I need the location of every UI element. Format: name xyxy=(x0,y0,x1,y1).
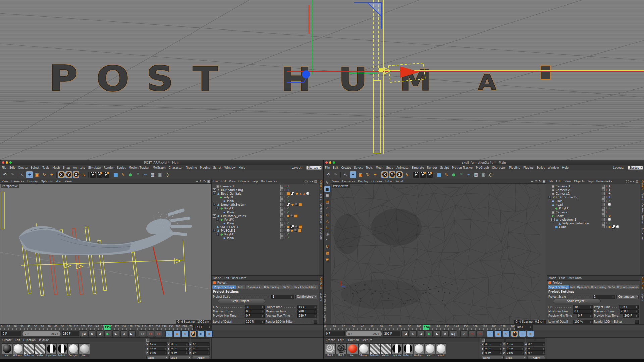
attr-tab-info[interactable]: Info xyxy=(570,285,576,289)
render-view-icon[interactable]: ▶ xyxy=(413,172,419,178)
menu-mesh[interactable]: Mesh xyxy=(52,166,60,169)
key-pla-button[interactable]: ∷ xyxy=(198,330,205,337)
render-settings-icon[interactable]: ▶ xyxy=(427,172,433,178)
layer-color-box[interactable] xyxy=(602,203,605,206)
menu-render[interactable]: Render xyxy=(427,166,437,169)
target-tag-icon[interactable]: + xyxy=(608,192,611,195)
stepper-icon[interactable]: ↕ xyxy=(588,315,592,317)
render-picture-viewer-icon[interactable]: ▶ xyxy=(420,172,426,178)
attr-tab-info[interactable]: Info xyxy=(236,285,245,289)
render-picture-viewer-icon[interactable]: ▶ xyxy=(97,172,103,178)
menu-edit[interactable]: Edit xyxy=(9,166,15,169)
object-row-polyfx[interactable]: +◆PolyFX:✓ xyxy=(212,232,319,236)
sphere-tag-icon[interactable] xyxy=(306,192,309,195)
sphered-tag-icon[interactable] xyxy=(290,214,293,217)
viewport-3d[interactable]: PerspectiveGrid Spacing : 0.1 cm xyxy=(331,184,547,324)
ommenu-bookmarks[interactable]: Bookmarks xyxy=(596,180,612,183)
expand-toggle-icon[interactable]: + xyxy=(216,233,219,236)
menu-help[interactable]: Help xyxy=(562,166,569,169)
stepper-icon[interactable]: ↕ xyxy=(543,343,544,346)
odot-tag-icon[interactable]: ● xyxy=(287,214,290,217)
stepper-icon[interactable]: ↕ xyxy=(588,310,592,313)
setting-field[interactable]: 30↕ xyxy=(573,305,593,309)
layout-dropdown[interactable]: Startup xyxy=(628,166,643,170)
stepper-icon[interactable]: ↕ xyxy=(500,343,501,346)
om-side-tab-takes[interactable]: Takes xyxy=(641,193,644,200)
object-row-plain[interactable]: ▪Plain:✓ xyxy=(212,236,319,240)
visibility-dots[interactable]: : xyxy=(284,215,286,217)
key-position-button[interactable]: + xyxy=(165,330,172,337)
spline-icon[interactable]: ~ xyxy=(465,171,472,178)
play-button[interactable]: ▶ xyxy=(104,330,111,337)
menu-mesh[interactable]: Mesh xyxy=(376,166,383,169)
array-icon[interactable]: ▦ xyxy=(473,171,479,178)
om-flat-icon[interactable]: ▤ xyxy=(314,180,317,183)
visibility-dots[interactable]: : xyxy=(606,189,607,191)
layer-color-box[interactable] xyxy=(280,233,283,236)
matmenu-texture[interactable]: Texture xyxy=(39,338,49,342)
visibility-dots[interactable]: : xyxy=(606,192,607,195)
object-row-hdr-studio-rig[interactable]: +☀HDR Studio Rig:+ xyxy=(212,188,319,192)
coord-field[interactable]: 0 °↕ xyxy=(527,342,545,346)
attr-tab-key-interpolation[interactable]: Key Interpolation xyxy=(292,285,318,289)
check-tag-icon[interactable]: ✓ xyxy=(608,199,611,202)
viewport-pan-icon[interactable]: + xyxy=(196,180,198,183)
rotate-tool-icon[interactable]: ↻ xyxy=(41,171,48,178)
stepper-icon[interactable]: ↕ xyxy=(207,348,209,350)
setting-checkbox[interactable] xyxy=(635,320,639,324)
coords-header-cell[interactable]: -- xyxy=(191,338,210,342)
check-tag-icon[interactable]: ✓ xyxy=(608,222,611,225)
tri-tag-icon[interactable]: ▲ xyxy=(303,192,306,195)
coords-header-cell[interactable]: -- xyxy=(526,338,545,342)
coord-field[interactable]: 0 cm↕ xyxy=(484,347,502,351)
menu-pipeline[interactable]: Pipeline xyxy=(186,166,197,169)
setting-field[interactable]: 0 F↕ xyxy=(245,309,265,314)
magnet-icon[interactable]: U xyxy=(324,243,330,249)
coord-field[interactable]: 0 cm↕ xyxy=(506,351,524,355)
viewport-pan-icon[interactable]: + xyxy=(531,180,534,183)
sphere-tag-icon[interactable] xyxy=(608,203,611,206)
coord-field[interactable]: 0 cm↕ xyxy=(506,342,524,346)
vpmenu-panel[interactable]: Panel xyxy=(395,180,403,183)
stepper-icon[interactable]: ↕ xyxy=(207,343,209,346)
viewport-rotate-icon[interactable]: ↻ xyxy=(203,180,206,183)
object-row-plain[interactable]: ▪Plain:✓ xyxy=(547,199,640,203)
coords-header-cell[interactable]: -- xyxy=(170,338,190,342)
texture-mode-icon[interactable]: ▦ xyxy=(324,192,330,198)
render-settings-icon[interactable]: ▶ xyxy=(103,172,109,178)
object-row-head[interactable]: ♟head: xyxy=(547,203,640,206)
visibility-dots[interactable]: : xyxy=(284,229,286,232)
expand-toggle-icon[interactable]: + xyxy=(548,196,551,199)
primitive-cube-icon[interactable]: ■ xyxy=(436,171,442,178)
ommenu-bookmarks[interactable]: Bookmarks xyxy=(261,180,277,183)
object-row-polyfx[interactable]: +◆PolyFX:✓ xyxy=(212,206,319,210)
material-swatch-mat[interactable]: Mat xyxy=(79,343,89,357)
menu-mograph[interactable]: MoGraph xyxy=(476,166,489,169)
vpmenu-display[interactable]: Display xyxy=(358,180,368,183)
stepper-icon[interactable]: ↕ xyxy=(543,352,544,354)
key-parameter-button[interactable]: P xyxy=(511,330,518,337)
visibility-dots[interactable]: : xyxy=(606,196,607,198)
menu-animate[interactable]: Animate xyxy=(73,166,85,169)
check-tag-icon[interactable]: ✓ xyxy=(608,207,611,210)
keyframe-selection-button[interactable]: ≡ xyxy=(527,330,534,337)
autokey-button[interactable]: ⊙ xyxy=(476,330,483,337)
stepper-icon[interactable]: ↕ xyxy=(611,296,614,298)
otag-tag-icon[interactable] xyxy=(299,203,302,206)
project-scale-field[interactable]: 1↕ xyxy=(271,295,294,299)
stepper-icon[interactable]: ↕ xyxy=(500,352,501,354)
stepper-icon[interactable]: ↕ xyxy=(543,348,544,350)
viewport-rotate-icon[interactable]: ↻ xyxy=(539,180,541,183)
menu-file[interactable]: File xyxy=(325,166,330,169)
setting-field[interactable]: 200 F↕ xyxy=(623,314,639,318)
key-scale-button[interactable]: ▣ xyxy=(495,330,502,337)
object-row-circulatory-veins[interactable]: +♟Circulatory_Veins:● xyxy=(212,214,319,218)
target-tag-icon[interactable]: + xyxy=(608,188,611,191)
om-side-tab-objects[interactable]: Objects xyxy=(320,180,323,190)
object-row-body-genitals[interactable]: +♟Body_Genitals:●▲▲ xyxy=(212,192,319,195)
menu-sculpt[interactable]: Sculpt xyxy=(117,166,126,169)
planar-workplane-icon[interactable]: ◉ xyxy=(324,256,330,262)
preview-range-slider[interactable]: 0 F280 F xyxy=(22,331,61,336)
setting-field[interactable]: 106 F↕ xyxy=(619,305,639,309)
stepper-icon[interactable]: ↕ xyxy=(207,352,209,354)
